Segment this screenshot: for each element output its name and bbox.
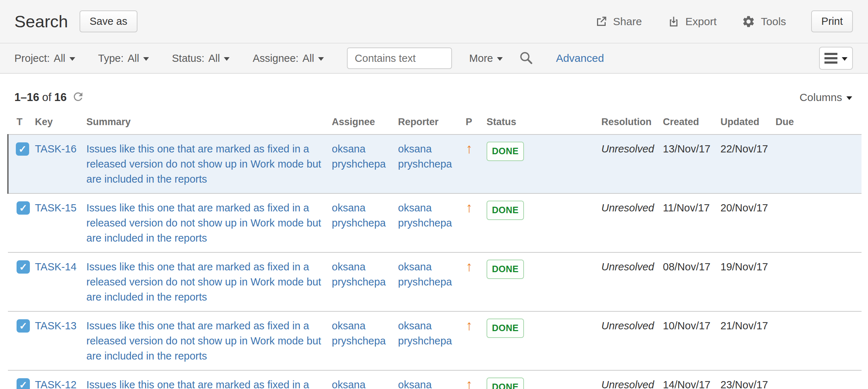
results-total: 16 — [54, 91, 67, 104]
created-date: 08/Nov/17 — [663, 261, 710, 273]
tools-button[interactable]: Tools — [742, 15, 786, 28]
status-lozenge: DONE — [487, 319, 524, 338]
resolution-value: Unresolved — [601, 143, 654, 155]
advanced-link[interactable]: Advanced — [556, 52, 604, 64]
filter-dropdown-project[interactable]: Project: All — [14, 52, 75, 64]
updated-date: 19/Nov/17 — [720, 261, 768, 273]
chevron-down-icon — [224, 57, 230, 61]
issue-key-link[interactable]: TASK-13 — [35, 320, 77, 331]
print-button[interactable]: Print — [811, 10, 853, 32]
column-header-created[interactable]: Created — [663, 113, 720, 134]
export-icon — [667, 15, 680, 28]
column-header-summary[interactable]: Summary — [86, 113, 332, 134]
magnifier-icon — [519, 50, 534, 67]
issue-navigator-page: Search Save as Share Export Tools — [0, 0, 868, 389]
reporter-link[interactable]: oksana pryshchepa — [398, 143, 452, 170]
row-checkbox[interactable]: ✓ — [17, 378, 30, 389]
issue-key-link[interactable]: TASK-15 — [35, 202, 77, 214]
table-row[interactable]: ✓ TASK-12 Issues like this one that are … — [8, 370, 862, 389]
resolution-value: Unresolved — [601, 379, 654, 389]
updated-date: 23/Nov/17 — [720, 379, 768, 389]
issue-summary-link[interactable]: Issues like this one that are marked as … — [86, 202, 321, 244]
column-header-t[interactable]: T — [8, 113, 35, 134]
column-header-resolution[interactable]: Resolution — [601, 113, 663, 134]
row-checkbox[interactable]: ✓ — [17, 201, 30, 215]
resolution-value: Unresolved — [601, 320, 654, 331]
refresh-button[interactable] — [72, 90, 85, 104]
column-header-p[interactable]: P — [466, 113, 487, 134]
priority-highest-icon: ↑ — [466, 200, 473, 215]
save-as-button[interactable]: Save as — [80, 10, 137, 32]
results-count: 1–16 of 16 — [14, 91, 67, 104]
filter-dropdown-status[interactable]: Status: All — [172, 52, 230, 64]
created-date: 10/Nov/17 — [663, 320, 710, 331]
column-header-assignee[interactable]: Assignee — [332, 113, 398, 134]
table-row[interactable]: ✓ TASK-14 Issues like this one that are … — [8, 252, 862, 311]
column-header-status[interactable]: Status — [487, 113, 601, 134]
assignee-link[interactable]: oksana pryshchepa — [332, 379, 386, 389]
columns-dropdown[interactable]: Columns — [800, 91, 852, 104]
chevron-down-icon — [143, 57, 149, 61]
priority-highest-icon: ↑ — [466, 141, 473, 156]
issue-summary-link[interactable]: Issues like this one that are marked as … — [86, 143, 321, 185]
export-label: Export — [686, 15, 717, 28]
status-lozenge: DONE — [487, 377, 524, 389]
status-lozenge: DONE — [487, 142, 524, 161]
results-range: 1–16 — [14, 91, 39, 104]
filter-dropdown-assignee[interactable]: Assignee: All — [253, 52, 324, 64]
assignee-link[interactable]: oksana pryshchepa — [332, 320, 386, 347]
assignee-link[interactable]: oksana pryshchepa — [332, 261, 386, 288]
priority-highest-icon: ↑ — [466, 259, 473, 274]
assignee-link[interactable]: oksana pryshchepa — [332, 143, 386, 170]
chevron-down-icon — [846, 96, 852, 100]
row-checkbox[interactable]: ✓ — [17, 260, 30, 274]
reporter-link[interactable]: oksana pryshchepa — [398, 320, 452, 347]
assignee-link[interactable]: oksana pryshchepa — [332, 202, 386, 229]
table-row[interactable]: ✓ TASK-15 Issues like this one that are … — [8, 193, 862, 252]
created-date: 11/Nov/17 — [663, 202, 710, 214]
issue-summary-link[interactable]: Issues like this one that are marked as … — [86, 379, 321, 389]
column-header-due[interactable]: Due — [776, 113, 862, 134]
issue-table-header-row: TKeySummaryAssigneeReporterPStatusResolu… — [8, 113, 862, 134]
issue-key-link[interactable]: TASK-16 — [35, 143, 77, 155]
row-checkbox[interactable]: ✓ — [16, 142, 29, 156]
priority-highest-icon: ↑ — [466, 318, 473, 333]
issue-summary-link[interactable]: Issues like this one that are marked as … — [86, 320, 321, 362]
reporter-link[interactable]: oksana pryshchepa — [398, 261, 452, 288]
reporter-link[interactable]: oksana pryshchepa — [398, 379, 452, 389]
issue-summary-link[interactable]: Issues like this one that are marked as … — [86, 261, 321, 303]
export-button[interactable]: Export — [667, 15, 717, 28]
filter-bar: Project: All Type: All Status: All Assig… — [0, 44, 868, 74]
row-checkbox[interactable]: ✓ — [17, 319, 30, 333]
created-date: 13/Nov/17 — [663, 143, 710, 155]
page-header: Search Save as Share Export Tools — [0, 0, 868, 44]
issue-key-link[interactable]: TASK-12 — [35, 379, 77, 389]
share-button[interactable]: Share — [595, 15, 642, 28]
updated-date: 21/Nov/17 — [720, 320, 768, 331]
columns-label: Columns — [800, 91, 842, 104]
issue-key-link[interactable]: TASK-14 — [35, 261, 77, 273]
chevron-down-icon — [842, 57, 847, 61]
gear-icon — [742, 15, 755, 28]
table-row[interactable]: ✓ TASK-13 Issues like this one that are … — [8, 311, 862, 370]
filter-dropdown-type[interactable]: Type: All — [98, 52, 149, 64]
chevron-down-icon — [497, 57, 503, 61]
share-icon — [595, 15, 608, 28]
status-lozenge: DONE — [487, 201, 524, 220]
column-header-key[interactable]: Key — [35, 113, 86, 134]
status-lozenge: DONE — [487, 260, 524, 279]
column-header-reporter[interactable]: Reporter — [398, 113, 466, 134]
contains-text-input[interactable] — [347, 47, 452, 69]
reporter-link[interactable]: oksana pryshchepa — [398, 202, 452, 229]
more-dropdown[interactable]: More — [469, 52, 503, 64]
refresh-icon — [72, 90, 85, 104]
chevron-down-icon — [69, 57, 75, 61]
updated-date: 20/Nov/17 — [720, 202, 768, 214]
column-header-updated[interactable]: Updated — [720, 113, 776, 134]
table-row[interactable]: ✓ TASK-16 Issues like this one that are … — [8, 134, 862, 193]
issue-table-body: ✓ TASK-16 Issues like this one that are … — [8, 134, 862, 389]
layout-switcher-button[interactable] — [819, 47, 853, 70]
issue-table: TKeySummaryAssigneeReporterPStatusResolu… — [7, 113, 862, 389]
search-button[interactable] — [519, 50, 534, 67]
page-title: Search — [14, 12, 68, 31]
